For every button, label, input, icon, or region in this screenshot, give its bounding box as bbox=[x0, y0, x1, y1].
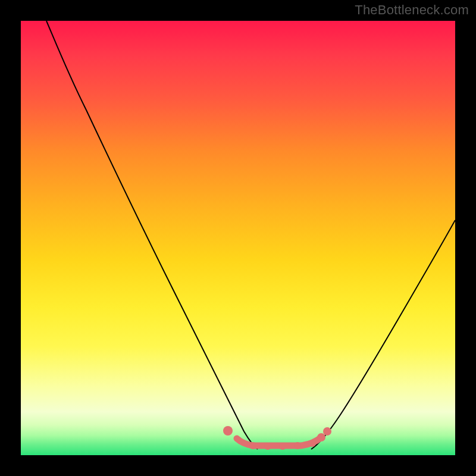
valley-dot bbox=[309, 440, 316, 447]
valley-dot bbox=[223, 426, 233, 436]
valley-dot bbox=[264, 443, 271, 450]
valley-dot bbox=[279, 443, 286, 450]
valley-dot bbox=[317, 433, 325, 441]
right-curve bbox=[311, 220, 455, 449]
plot-area bbox=[21, 21, 455, 455]
valley-dot bbox=[294, 442, 301, 449]
valley-dot bbox=[323, 427, 331, 436]
left-curve bbox=[46, 21, 258, 449]
valley-dot bbox=[249, 442, 256, 449]
chart-svg bbox=[21, 21, 455, 455]
watermark-text: TheBottleneck.com bbox=[355, 2, 469, 18]
valley-highlight bbox=[237, 437, 321, 446]
